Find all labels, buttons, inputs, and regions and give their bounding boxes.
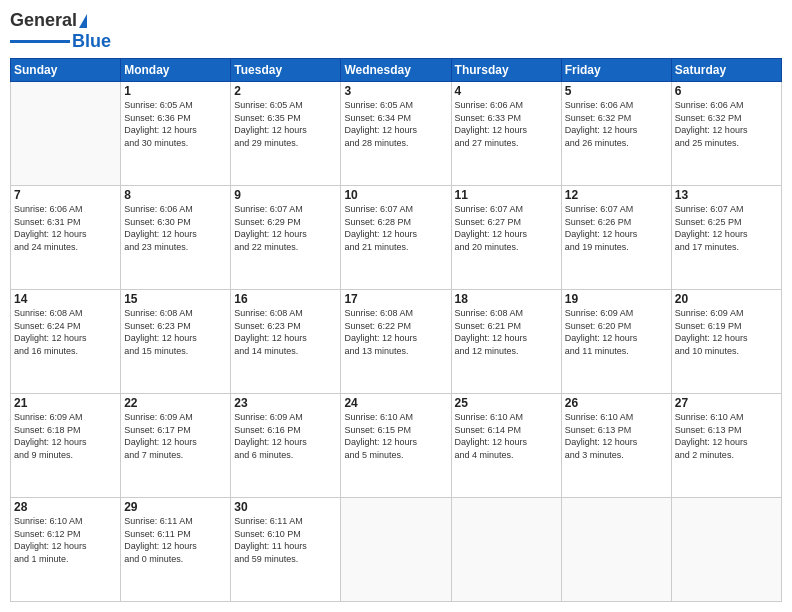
day-cell: 21Sunrise: 6:09 AM Sunset: 6:18 PM Dayli… — [11, 394, 121, 498]
day-cell: 22Sunrise: 6:09 AM Sunset: 6:17 PM Dayli… — [121, 394, 231, 498]
day-cell: 23Sunrise: 6:09 AM Sunset: 6:16 PM Dayli… — [231, 394, 341, 498]
logo: General Blue — [10, 10, 111, 52]
day-info: Sunrise: 6:09 AM Sunset: 6:18 PM Dayligh… — [14, 411, 117, 461]
day-number: 12 — [565, 188, 668, 202]
day-number: 5 — [565, 84, 668, 98]
week-row-4: 28Sunrise: 6:10 AM Sunset: 6:12 PM Dayli… — [11, 498, 782, 602]
day-info: Sunrise: 6:06 AM Sunset: 6:33 PM Dayligh… — [455, 99, 558, 149]
day-info: Sunrise: 6:08 AM Sunset: 6:22 PM Dayligh… — [344, 307, 447, 357]
day-cell: 10Sunrise: 6:07 AM Sunset: 6:28 PM Dayli… — [341, 186, 451, 290]
day-number: 6 — [675, 84, 778, 98]
day-number: 30 — [234, 500, 337, 514]
day-number: 2 — [234, 84, 337, 98]
day-cell — [11, 82, 121, 186]
day-info: Sunrise: 6:07 AM Sunset: 6:27 PM Dayligh… — [455, 203, 558, 253]
day-info: Sunrise: 6:08 AM Sunset: 6:23 PM Dayligh… — [234, 307, 337, 357]
day-number: 20 — [675, 292, 778, 306]
day-info: Sunrise: 6:11 AM Sunset: 6:11 PM Dayligh… — [124, 515, 227, 565]
day-number: 21 — [14, 396, 117, 410]
day-number: 8 — [124, 188, 227, 202]
day-info: Sunrise: 6:07 AM Sunset: 6:28 PM Dayligh… — [344, 203, 447, 253]
day-number: 24 — [344, 396, 447, 410]
day-number: 26 — [565, 396, 668, 410]
day-number: 7 — [14, 188, 117, 202]
day-cell: 11Sunrise: 6:07 AM Sunset: 6:27 PM Dayli… — [451, 186, 561, 290]
header-saturday: Saturday — [671, 59, 781, 82]
logo-blue: Blue — [72, 31, 111, 52]
logo-general: General — [10, 10, 77, 31]
day-cell: 16Sunrise: 6:08 AM Sunset: 6:23 PM Dayli… — [231, 290, 341, 394]
day-number: 13 — [675, 188, 778, 202]
logo-triangle-icon — [79, 14, 87, 28]
day-cell: 19Sunrise: 6:09 AM Sunset: 6:20 PM Dayli… — [561, 290, 671, 394]
weekday-header-row: Sunday Monday Tuesday Wednesday Thursday… — [11, 59, 782, 82]
week-row-3: 21Sunrise: 6:09 AM Sunset: 6:18 PM Dayli… — [11, 394, 782, 498]
day-cell: 9Sunrise: 6:07 AM Sunset: 6:29 PM Daylig… — [231, 186, 341, 290]
day-info: Sunrise: 6:08 AM Sunset: 6:24 PM Dayligh… — [14, 307, 117, 357]
day-cell: 3Sunrise: 6:05 AM Sunset: 6:34 PM Daylig… — [341, 82, 451, 186]
day-number: 4 — [455, 84, 558, 98]
day-cell: 13Sunrise: 6:07 AM Sunset: 6:25 PM Dayli… — [671, 186, 781, 290]
day-info: Sunrise: 6:06 AM Sunset: 6:30 PM Dayligh… — [124, 203, 227, 253]
day-cell — [561, 498, 671, 602]
week-row-0: 1Sunrise: 6:05 AM Sunset: 6:36 PM Daylig… — [11, 82, 782, 186]
day-number: 19 — [565, 292, 668, 306]
day-info: Sunrise: 6:09 AM Sunset: 6:17 PM Dayligh… — [124, 411, 227, 461]
day-info: Sunrise: 6:08 AM Sunset: 6:21 PM Dayligh… — [455, 307, 558, 357]
day-info: Sunrise: 6:08 AM Sunset: 6:23 PM Dayligh… — [124, 307, 227, 357]
day-number: 15 — [124, 292, 227, 306]
day-cell: 14Sunrise: 6:08 AM Sunset: 6:24 PM Dayli… — [11, 290, 121, 394]
day-info: Sunrise: 6:10 AM Sunset: 6:13 PM Dayligh… — [675, 411, 778, 461]
day-info: Sunrise: 6:10 AM Sunset: 6:14 PM Dayligh… — [455, 411, 558, 461]
day-cell: 27Sunrise: 6:10 AM Sunset: 6:13 PM Dayli… — [671, 394, 781, 498]
header: General Blue — [10, 10, 782, 52]
day-number: 11 — [455, 188, 558, 202]
day-cell: 2Sunrise: 6:05 AM Sunset: 6:35 PM Daylig… — [231, 82, 341, 186]
day-info: Sunrise: 6:05 AM Sunset: 6:34 PM Dayligh… — [344, 99, 447, 149]
day-cell: 12Sunrise: 6:07 AM Sunset: 6:26 PM Dayli… — [561, 186, 671, 290]
day-cell: 5Sunrise: 6:06 AM Sunset: 6:32 PM Daylig… — [561, 82, 671, 186]
day-cell: 7Sunrise: 6:06 AM Sunset: 6:31 PM Daylig… — [11, 186, 121, 290]
day-number: 27 — [675, 396, 778, 410]
day-cell — [451, 498, 561, 602]
day-number: 28 — [14, 500, 117, 514]
day-cell: 6Sunrise: 6:06 AM Sunset: 6:32 PM Daylig… — [671, 82, 781, 186]
header-wednesday: Wednesday — [341, 59, 451, 82]
day-info: Sunrise: 6:06 AM Sunset: 6:31 PM Dayligh… — [14, 203, 117, 253]
day-cell: 15Sunrise: 6:08 AM Sunset: 6:23 PM Dayli… — [121, 290, 231, 394]
day-number: 9 — [234, 188, 337, 202]
header-sunday: Sunday — [11, 59, 121, 82]
day-info: Sunrise: 6:11 AM Sunset: 6:10 PM Dayligh… — [234, 515, 337, 565]
day-number: 16 — [234, 292, 337, 306]
day-cell: 4Sunrise: 6:06 AM Sunset: 6:33 PM Daylig… — [451, 82, 561, 186]
day-cell: 1Sunrise: 6:05 AM Sunset: 6:36 PM Daylig… — [121, 82, 231, 186]
day-number: 25 — [455, 396, 558, 410]
header-thursday: Thursday — [451, 59, 561, 82]
day-info: Sunrise: 6:10 AM Sunset: 6:15 PM Dayligh… — [344, 411, 447, 461]
day-cell — [341, 498, 451, 602]
day-cell: 17Sunrise: 6:08 AM Sunset: 6:22 PM Dayli… — [341, 290, 451, 394]
day-cell: 18Sunrise: 6:08 AM Sunset: 6:21 PM Dayli… — [451, 290, 561, 394]
day-number: 22 — [124, 396, 227, 410]
logo-line — [10, 40, 70, 43]
day-cell: 30Sunrise: 6:11 AM Sunset: 6:10 PM Dayli… — [231, 498, 341, 602]
day-number: 1 — [124, 84, 227, 98]
calendar-table: Sunday Monday Tuesday Wednesday Thursday… — [10, 58, 782, 602]
day-cell: 29Sunrise: 6:11 AM Sunset: 6:11 PM Dayli… — [121, 498, 231, 602]
day-number: 3 — [344, 84, 447, 98]
day-cell: 28Sunrise: 6:10 AM Sunset: 6:12 PM Dayli… — [11, 498, 121, 602]
day-info: Sunrise: 6:06 AM Sunset: 6:32 PM Dayligh… — [565, 99, 668, 149]
day-info: Sunrise: 6:09 AM Sunset: 6:19 PM Dayligh… — [675, 307, 778, 357]
day-info: Sunrise: 6:07 AM Sunset: 6:29 PM Dayligh… — [234, 203, 337, 253]
day-cell: 8Sunrise: 6:06 AM Sunset: 6:30 PM Daylig… — [121, 186, 231, 290]
day-cell: 24Sunrise: 6:10 AM Sunset: 6:15 PM Dayli… — [341, 394, 451, 498]
week-row-2: 14Sunrise: 6:08 AM Sunset: 6:24 PM Dayli… — [11, 290, 782, 394]
header-tuesday: Tuesday — [231, 59, 341, 82]
day-number: 14 — [14, 292, 117, 306]
day-number: 23 — [234, 396, 337, 410]
week-row-1: 7Sunrise: 6:06 AM Sunset: 6:31 PM Daylig… — [11, 186, 782, 290]
day-cell — [671, 498, 781, 602]
day-number: 10 — [344, 188, 447, 202]
day-info: Sunrise: 6:07 AM Sunset: 6:25 PM Dayligh… — [675, 203, 778, 253]
day-info: Sunrise: 6:10 AM Sunset: 6:13 PM Dayligh… — [565, 411, 668, 461]
